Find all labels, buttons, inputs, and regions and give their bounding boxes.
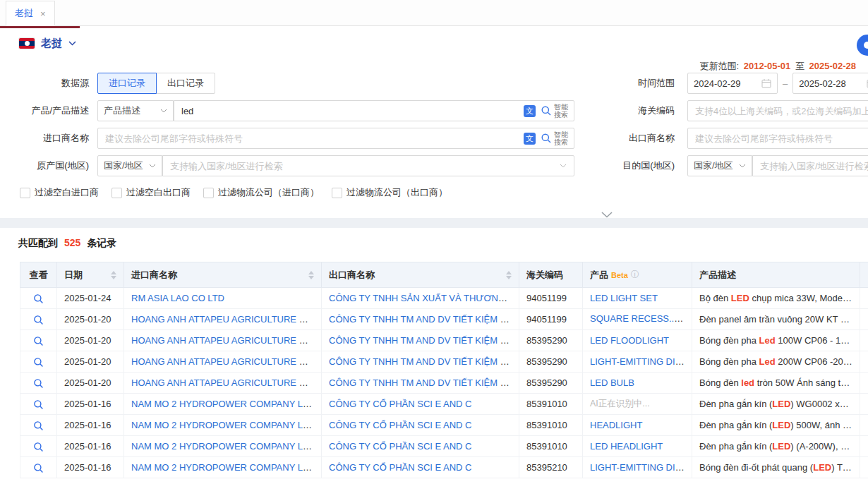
origin-country-type-select[interactable]: 国家/地区 [97,155,162,176]
view-record-icon[interactable] [33,336,44,346]
info-icon[interactable]: ⓘ [631,269,639,281]
importer-link[interactable]: HOANG ANH ATTAPEU AGRICULTURE DEVE... [131,314,322,325]
tab-laos[interactable]: 老挝 × [6,1,55,26]
exporter-link[interactable]: CÔNG TY CỔ PHẦN SCI E AND C [329,420,472,430]
tab-export-records[interactable]: 出口记录 [156,73,215,94]
country-selector[interactable]: 老挝 [0,26,868,57]
importer-cell: HOANG ANH ATTAPEU AGRICULTURE DEVE... [124,351,322,373]
exporter-cell: CÔNG TY CỔ PHẦN SCI E AND C [322,457,519,478]
importer-cell: NAM MO 2 HYDROPOWER COMPANY LIMI... [124,457,322,478]
product-link[interactable]: HEADLIGHT [590,420,642,430]
product-link[interactable]: AI正在识别中... [590,399,650,409]
importer-link[interactable]: NAM MO 2 HYDROPOWER COMPANY LIMI... [131,420,322,430]
product-link[interactable]: LED HEADLIGHT [590,441,663,452]
importer-link[interactable]: NAM MO 2 HYDROPOWER COMPANY LIMI... [131,462,322,473]
product-link[interactable]: SQUARE RECESS... [590,313,683,324]
product-cell: HEADLIGHT [583,415,692,436]
view-record-icon[interactable] [33,315,44,325]
col-exporter[interactable]: 出口商名称 [322,262,519,288]
product-cell: LED FLOODLIGHT [583,330,692,351]
translate-icon[interactable]: 文 [524,133,536,145]
importer-name-input[interactable] [98,128,519,148]
product-link[interactable]: LED LIGHT SET [590,293,658,303]
exporter-link[interactable]: CÔNG TY CỔ PHẦN SCI E AND C [329,462,472,473]
product-cell: SQUARE RECESS... + 1 [583,309,692,330]
collapse-filter-toggle[interactable] [595,209,619,220]
checkbox-label: 过滤空白出口商 [126,186,191,199]
date-from-value: 2024-02-29 [694,78,741,89]
view-record-icon[interactable] [33,378,44,389]
chevron-down-icon[interactable] [560,164,567,168]
origin-country-input[interactable] [163,156,560,176]
product-cell: LIGHT-EMITTING DIO... [583,351,692,373]
table-row: 2025-01-20 HOANG ANH ATTAPEU AGRICULTURE… [20,373,868,394]
more-products-badge[interactable]: + 1 [682,313,692,325]
exporter-link[interactable]: CÔNG TY TNHH TM AND DV TIẾT KIỆM NĂ... [329,335,519,346]
summary-suffix: 条记录 [87,237,116,248]
product-desc-input[interactable] [174,101,519,121]
product-link[interactable]: LIGHT-EMITTING DIO... [590,462,690,473]
col-product: 产品 Beta ⓘ [583,262,692,288]
product-cell: AI正在识别中... [583,394,692,415]
description-cell: Bóng đèn led tròn 50W Ánh sáng trắ... [692,373,860,394]
importer-link[interactable]: HOANG ANH ATTAPEU AGRICULTURE DEVE... [131,356,322,367]
view-record-icon[interactable] [33,442,44,452]
exporter-link[interactable]: CÔNG TY TNHH SẢN XUẤT VÀ THƯƠNG M... [329,293,519,303]
checkbox-label: 过滤物流公司（出口商） [346,186,447,199]
col-date[interactable]: 日期 [57,262,124,288]
sort-icons[interactable] [506,271,512,279]
exporter-link[interactable]: CÔNG TY TNHH TM AND DV TIẾT KIỆM NĂ... [329,314,519,325]
label-origin-country: 原产国(地区) [0,159,97,172]
smart-search-button[interactable]: 智能搜索 [541,131,569,146]
view-record-icon[interactable] [33,357,44,368]
exporter-link[interactable]: CÔNG TY TNHH TM AND DV TIẾT KIỆM NĂ... [329,356,519,367]
sort-icons[interactable] [111,271,116,279]
checkbox-filter-logistics-exporter[interactable]: 过滤物流公司（出口商） [332,186,447,199]
view-cell [20,394,57,415]
date-from-input[interactable]: 2024-02-29 [687,73,778,94]
product-field-select[interactable]: 产品描述 [97,100,174,121]
product-link[interactable]: LIGHT-EMITTING DIO... [590,356,690,367]
table-row: 2025-01-20 HOANG ANH ATTAPEU AGRICULTURE… [20,330,868,351]
view-record-icon[interactable] [33,399,44,410]
date-to-input[interactable]: 2025-02-28 [792,73,868,94]
view-record-icon[interactable] [33,463,44,473]
importer-link[interactable]: NAM MO 2 HYDROPOWER COMPANY LIMI... [131,399,322,409]
checkbox-filter-blank-exporter[interactable]: 过滤空白出口商 [111,186,191,199]
description-cell: Đèn pha gắn kín (LED) WG0002 xe tô... [692,394,860,415]
tab-import-records[interactable]: 进口记录 [97,73,157,94]
hs-code-input[interactable] [687,100,868,121]
date-cell: 2025-01-16 [57,394,124,415]
importer-link[interactable]: NAM MO 2 HYDROPOWER COMPANY LIMI... [131,441,322,452]
exporter-name-input[interactable] [687,128,868,149]
smart-search-button[interactable]: 智能搜索 [541,103,569,119]
view-record-icon[interactable] [33,294,44,304]
chevron-down-icon [739,164,746,168]
importer-cell: HOANG ANH ATTAPEU AGRICULTURE DEVE... [124,309,322,330]
filter-row-1: 数据源 进口记录 出口记录 时间范围 2024-02-29 [0,73,868,94]
table-row: 2025-01-20 HOANG ANH ATTAPEU AGRICULTURE… [20,351,868,373]
col-importer[interactable]: 进口商名称 [124,262,322,288]
sort-icons[interactable] [308,271,314,279]
cut-cell [860,373,868,394]
importer-link[interactable]: RM ASIA LAO CO LTD [131,293,224,303]
checkbox-icon [203,188,214,198]
dest-country-input[interactable] [753,156,868,176]
importer-link[interactable]: HOANG ANH ATTAPEU AGRICULTURE DEVE... [131,335,322,346]
hscode-cell: 94051199 [519,309,583,330]
exporter-link[interactable]: CÔNG TY CỔ PHẦN SCI E AND C [329,399,472,409]
checkbox-filter-blank-importer[interactable]: 过滤空白进口商 [20,186,99,199]
view-record-icon[interactable] [33,421,44,431]
dest-country-type-select[interactable]: 国家/地区 [687,155,752,176]
translate-icon[interactable]: 文 [524,105,536,117]
cut-cell [860,394,868,415]
importer-cell: RM ASIA LAO CO LTD [124,288,322,309]
importer-link[interactable]: HOANG ANH ATTAPEU AGRICULTURE DEVE... [131,377,322,388]
close-tab-icon[interactable]: × [40,9,46,18]
product-link[interactable]: LED BULB [590,377,634,388]
exporter-link[interactable]: CÔNG TY TNHH TM AND DV TIẾT KIỆM NĂ... [329,377,519,388]
update-range-to-word: 至 [795,61,804,71]
product-link[interactable]: LED FLOODLIGHT [590,335,669,346]
exporter-link[interactable]: CÔNG TY CỔ PHẦN SCI E AND C [329,441,472,452]
checkbox-filter-logistics-importer[interactable]: 过滤物流公司（进口商） [203,186,319,199]
